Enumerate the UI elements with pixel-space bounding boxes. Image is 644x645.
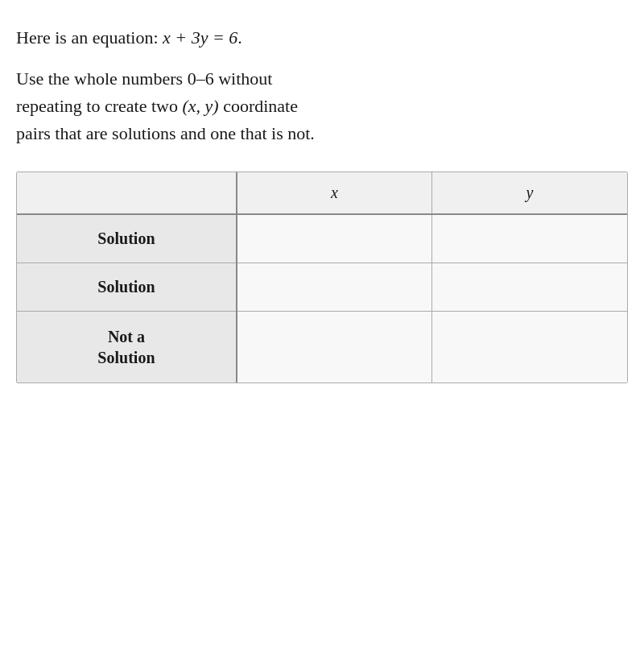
row1-label: Solution — [17, 214, 237, 263]
equation-suffix: . — [237, 27, 242, 48]
equation-line: Here is an equation: x + 3y = 6. — [16, 24, 628, 51]
solutions-table: x y Solution Solution — [17, 172, 627, 382]
equation-expression: x + 3y = 6 — [163, 27, 237, 48]
instruction-line2-prefix: repeating to create two — [16, 96, 182, 116]
instruction-line1-suffix: without — [214, 68, 273, 89]
row1-x[interactable] — [237, 214, 432, 263]
row2-y[interactable] — [431, 263, 627, 312]
row2-label: Solution — [17, 263, 237, 312]
row2-x[interactable] — [237, 263, 432, 312]
page-container: Here is an equation: x + 3y = 6. Use the… — [0, 0, 644, 645]
table-row: Not aSolution — [17, 312, 627, 383]
table-header-x: x — [237, 172, 432, 214]
row3-y[interactable] — [431, 312, 627, 383]
table-header-y: y — [431, 172, 627, 214]
table-header-col1 — [17, 172, 237, 214]
equation-prefix: Here is an equation: — [16, 27, 163, 48]
table-row: Solution — [17, 214, 627, 263]
instruction-line1-prefix: Use the whole numbers — [16, 68, 188, 89]
table-header-row: x y — [17, 172, 627, 214]
row3-x[interactable] — [237, 312, 432, 383]
row3-label: Not aSolution — [17, 312, 237, 383]
instruction-coord: (x, y) — [182, 96, 218, 116]
instruction-line2-suffix: coordinate — [219, 96, 298, 116]
table-wrapper: x y Solution Solution — [16, 172, 628, 383]
instruction-range: 0–6 — [188, 68, 214, 89]
instruction-text: Use the whole numbers 0–6 without repeat… — [16, 65, 628, 147]
instruction-line3: pairs that are solutions and one that is… — [16, 123, 315, 143]
table-row: Solution — [17, 263, 627, 312]
row1-y[interactable] — [431, 214, 627, 263]
